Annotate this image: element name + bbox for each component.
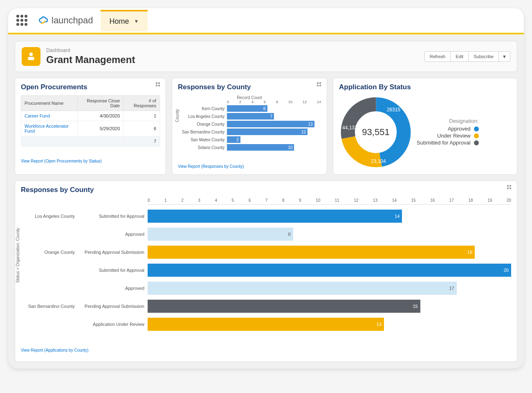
- edit-button[interactable]: Edit: [451, 51, 469, 62]
- cloud-icon: [35, 14, 49, 27]
- big-bar: 14: [148, 210, 402, 223]
- bar-label: San Bernardino County: [178, 130, 227, 134]
- big-bar-row: Approved 8: [21, 228, 511, 241]
- col-resp: # of Responses: [123, 96, 160, 111]
- big-bar-row: Application Under Review 13: [21, 318, 511, 331]
- bar: 12: [227, 129, 308, 135]
- bar-row: Orange County 13: [178, 121, 321, 127]
- donut-legend: Designation: Approved Under Review Submi…: [417, 118, 479, 147]
- county-label: Orange County: [21, 250, 78, 255]
- open-procurements-card: Open Procurements Procurement Name Respo…: [15, 78, 166, 175]
- responses-by-county-card: Responses by County Record Count 0246810…: [172, 78, 327, 175]
- big-bar-row: San Bernardino County Pending Approval S…: [21, 300, 511, 313]
- big-x-ticks: 01234567891011121314151617181920: [148, 198, 511, 205]
- legend-label-approved: Approved: [448, 126, 471, 132]
- refresh-button[interactable]: Refresh: [424, 51, 451, 62]
- application-by-status-card: Application By Status 93,551 44,132 23,1…: [333, 78, 517, 175]
- drag-handle-icon[interactable]: [507, 185, 512, 190]
- big-bar-row: Los Angeles County Submitted for Approva…: [21, 210, 511, 223]
- header-subtitle: Dashboard: [46, 47, 135, 53]
- donut-label-approved: 44,132: [342, 125, 357, 131]
- more-button[interactable]: ▼: [499, 51, 510, 62]
- bar-row: Los Angeles County 7: [178, 113, 321, 120]
- bar-label: Los Angeles County: [178, 114, 227, 119]
- caret-down-icon: ▼: [502, 54, 507, 59]
- swatch-submitted: [474, 140, 479, 145]
- brand-text: launchpad: [52, 15, 93, 26]
- small-bar-chart: County Kern County 6Los Angeles County 7…: [178, 105, 321, 151]
- page-body: Dashboard Grant Management Refresh Edit …: [8, 34, 524, 368]
- col-close: Response Close Date: [77, 96, 123, 111]
- app-window: launchpad Home ▼ Dashboard Grant Managem…: [8, 8, 524, 368]
- col-name: Procurement Name: [21, 96, 78, 111]
- table-row: Workforce Accelerator Fund 5/29/2020 6: [21, 121, 160, 136]
- status-label: Approved: [78, 286, 148, 291]
- legend-label-submitted: Submitted for Approval: [417, 140, 471, 146]
- big-bar-row: Orange County Pending Approval Submissio…: [21, 246, 511, 259]
- status-label: Pending Approval Submission: [78, 250, 148, 255]
- bar-label: Kern County: [178, 106, 227, 111]
- bar-label: Orange County: [178, 122, 227, 126]
- donut-label-under-review: 23,104: [371, 158, 386, 164]
- table-total-row: 7: [21, 136, 160, 147]
- open-procurements-report-link[interactable]: View Report (Open Procurements by Status…: [21, 159, 102, 163]
- apps-icon[interactable]: [16, 15, 28, 26]
- bar-row: San Bernardino County 12: [178, 129, 321, 135]
- responses-count: 6: [123, 121, 160, 136]
- county-label: San Bernardino County: [21, 304, 78, 309]
- topbar: launchpad Home ▼: [8, 8, 524, 33]
- big-bar: 18: [148, 246, 475, 259]
- responses-by-county-large-card: Responses by County Status > Organizatio…: [15, 181, 517, 362]
- header-actions: Refresh Edit Subscribe ▼: [424, 51, 510, 62]
- table-row: Career Fund 4/30/2020 1: [21, 111, 160, 121]
- open-procurements-title: Open Procurements: [21, 83, 160, 91]
- x-axis-title: Record Count: [178, 95, 321, 100]
- responses-count: 1: [123, 111, 160, 121]
- big-bar: 20: [148, 264, 511, 277]
- appstatus-title: Application By Status: [339, 83, 511, 91]
- cards-row: Open Procurements Procurement Name Respo…: [15, 78, 517, 175]
- x-ticks: 02468101214: [227, 100, 321, 104]
- chevron-down-icon: ▼: [134, 18, 139, 24]
- status-label: Pending Approval Submission: [78, 304, 148, 309]
- procurement-link[interactable]: Career Fund: [21, 111, 78, 121]
- big-chart-report-link[interactable]: View Report (Applications by County): [21, 348, 88, 352]
- responses-report-link[interactable]: View Report (Responses by County): [178, 164, 244, 169]
- bar-label: Solano County: [178, 145, 227, 150]
- donut-chart: 93,551 44,132 23,104 26315: [339, 95, 413, 169]
- status-label: Submitted for Approval: [78, 268, 148, 273]
- big-bar-row: Approved 17: [21, 282, 511, 295]
- brand-logo: launchpad: [35, 14, 93, 27]
- legend-label-under-review: Under Review: [437, 133, 471, 139]
- status-label: Approved: [78, 232, 148, 237]
- subscribe-button[interactable]: Subscribe: [469, 51, 499, 62]
- county-label: Los Angeles County: [21, 214, 78, 219]
- tab-home[interactable]: Home ▼: [101, 10, 148, 32]
- page-title: Grant Management: [46, 54, 135, 66]
- big-bar: 13: [148, 318, 384, 331]
- bar: 6: [227, 105, 267, 112]
- person-icon: [26, 51, 36, 62]
- bar-row: San Mateo County 2: [178, 136, 321, 143]
- status-label: Submitted for Approval: [78, 214, 148, 219]
- svg-rect-1: [28, 57, 34, 60]
- big-bar: 17: [148, 282, 457, 295]
- big-y-label: Status > Organization: County: [16, 228, 20, 282]
- drag-handle-icon[interactable]: [317, 82, 322, 87]
- tab-home-label: Home: [110, 17, 129, 26]
- bar: 7: [227, 113, 274, 120]
- procurement-link[interactable]: Workforce Accelerator Fund: [21, 121, 78, 136]
- big-bar-row: Submitted for Approval 20: [21, 264, 511, 277]
- bar: 2: [227, 136, 240, 143]
- close-date: 4/30/2020: [77, 111, 123, 121]
- close-date: 5/29/2020: [77, 121, 123, 136]
- legend-header: Designation:: [417, 118, 479, 124]
- donut-label-submitted: 26315: [387, 107, 400, 113]
- bar-row: Kern County 6: [178, 105, 321, 112]
- big-chart-title: Responses by County: [21, 186, 511, 194]
- swatch-under-review: [474, 133, 479, 138]
- y-axis-label: County: [175, 109, 180, 122]
- open-procurements-table: Procurement Name Response Close Date # o…: [21, 95, 160, 147]
- status-label: Application Under Review: [78, 322, 148, 327]
- drag-handle-icon[interactable]: [156, 82, 161, 87]
